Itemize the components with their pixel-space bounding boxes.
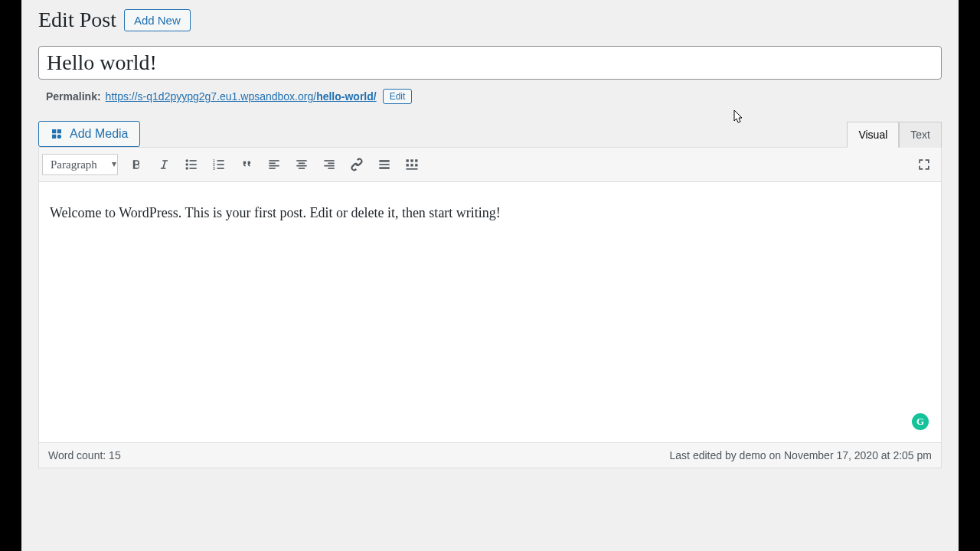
svg-rect-3 <box>190 160 197 161</box>
word-count: Word count: 15 <box>48 449 121 461</box>
svg-rect-21 <box>328 163 334 165</box>
permalink-url[interactable]: https://s-q1d2pyypg2g7.eu1.wpsandbox.org… <box>106 90 377 103</box>
tab-text[interactable]: Text <box>899 122 942 148</box>
add-media-button[interactable]: Add Media <box>38 121 140 147</box>
format-select[interactable]: Paragraph <box>42 154 118 175</box>
permalink-slug: hello-world/ <box>316 90 377 103</box>
svg-rect-33 <box>407 168 418 170</box>
editor-status-bar: Word count: 15 Last edited by demo on No… <box>39 442 941 468</box>
editor-content[interactable]: Welcome to WordPress. This is your first… <box>39 182 941 442</box>
svg-rect-9 <box>217 160 224 161</box>
svg-rect-20 <box>324 160 334 161</box>
svg-point-0 <box>186 159 188 161</box>
svg-rect-18 <box>296 165 306 167</box>
svg-rect-25 <box>379 164 389 165</box>
post-content-text: Welcome to WordPress. This is your first… <box>50 205 930 221</box>
svg-rect-19 <box>299 168 305 169</box>
bullet-list-button[interactable] <box>178 151 205 178</box>
svg-rect-12 <box>269 160 279 161</box>
tab-visual[interactable]: Visual <box>847 122 899 148</box>
italic-button[interactable] <box>150 151 178 178</box>
add-new-button[interactable]: Add New <box>124 9 191 31</box>
svg-rect-16 <box>296 160 306 161</box>
editor-wrap: Paragraph 123 Welcome to WordPress. This… <box>38 147 942 468</box>
align-left-button[interactable] <box>260 151 288 178</box>
svg-text:3: 3 <box>213 166 215 171</box>
grammarly-icon[interactable]: G <box>912 413 929 430</box>
permalink-base: https://s-q1d2pyypg2g7.eu1.wpsandbox.org… <box>106 90 317 103</box>
svg-rect-26 <box>379 167 389 169</box>
svg-point-2 <box>186 167 188 169</box>
page-title: Edit Post <box>38 8 116 32</box>
edit-permalink-button[interactable]: Edit <box>383 89 413 104</box>
svg-rect-32 <box>415 164 417 166</box>
svg-rect-15 <box>269 168 275 169</box>
media-icon <box>50 127 64 141</box>
align-right-button[interactable] <box>315 151 343 178</box>
permalink-label: Permalink: <box>46 90 101 103</box>
svg-rect-22 <box>324 165 334 167</box>
link-button[interactable] <box>343 151 371 178</box>
bold-button[interactable] <box>122 151 150 178</box>
add-media-label: Add Media <box>70 127 129 141</box>
svg-rect-14 <box>269 165 279 167</box>
fullscreen-button[interactable] <box>910 151 938 178</box>
read-more-button[interactable] <box>371 151 398 178</box>
toolbar-toggle-button[interactable] <box>398 151 426 178</box>
numbered-list-button[interactable]: 123 <box>205 151 233 178</box>
media-row: Add Media Visual Text <box>21 104 959 147</box>
svg-rect-31 <box>410 164 413 166</box>
title-row <box>21 32 959 80</box>
svg-point-1 <box>186 163 188 165</box>
svg-rect-23 <box>328 168 334 169</box>
svg-rect-30 <box>407 164 409 166</box>
svg-rect-29 <box>415 159 417 161</box>
editor-tabs: Visual Text <box>847 121 942 147</box>
align-center-button[interactable] <box>288 151 315 178</box>
editor-toolbar: Paragraph 123 <box>39 148 941 182</box>
svg-rect-11 <box>217 168 224 169</box>
permalink-row: Permalink: https://s-q1d2pyypg2g7.eu1.wp… <box>21 80 959 104</box>
svg-rect-4 <box>190 164 197 165</box>
svg-rect-24 <box>379 160 389 162</box>
svg-rect-17 <box>299 163 305 165</box>
editor-page: Edit Post Add New Permalink: https://s-q… <box>21 0 959 551</box>
svg-rect-13 <box>269 163 275 165</box>
svg-rect-5 <box>190 168 197 169</box>
post-title-input[interactable] <box>38 46 942 80</box>
svg-rect-10 <box>217 164 224 165</box>
format-select-wrap: Paragraph <box>42 154 122 175</box>
blockquote-button[interactable] <box>233 151 260 178</box>
page-header: Edit Post Add New <box>21 0 959 32</box>
last-edited: Last edited by demo on November 17, 2020… <box>670 449 932 461</box>
svg-rect-28 <box>410 159 413 161</box>
svg-rect-27 <box>407 159 409 161</box>
